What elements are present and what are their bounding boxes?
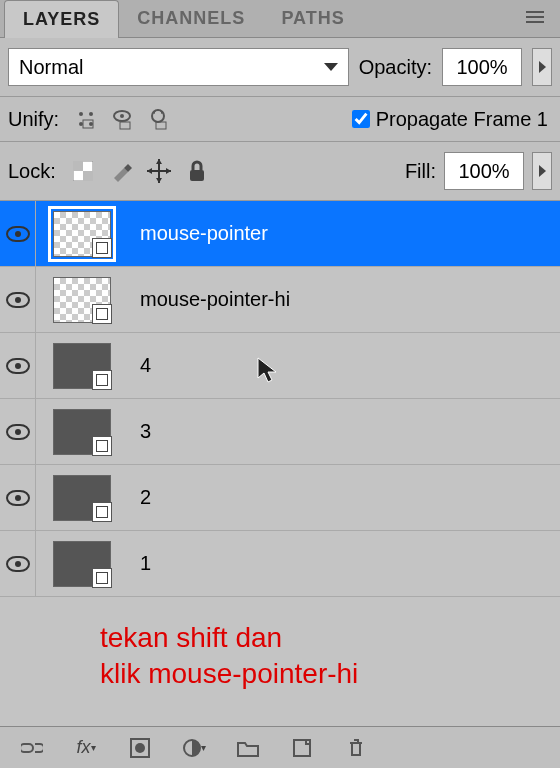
unify-position-icon[interactable] [73, 107, 99, 131]
visibility-toggle[interactable] [0, 267, 36, 332]
svg-marker-20 [147, 168, 152, 174]
layer-row[interactable]: mouse-pointer-hi [0, 267, 560, 333]
svg-rect-14 [73, 161, 83, 171]
fill-value[interactable]: 100% [444, 152, 524, 190]
smart-object-icon [92, 568, 112, 588]
smart-object-icon [92, 238, 112, 258]
visibility-toggle[interactable] [0, 399, 36, 464]
eye-icon [6, 424, 30, 440]
blend-opacity-row: Normal Opacity: 100% [0, 38, 560, 97]
opacity-value[interactable]: 100% [442, 48, 522, 86]
lock-icons [70, 158, 210, 184]
link-layers-icon[interactable] [20, 736, 44, 760]
layer-thumbnail[interactable] [36, 267, 128, 332]
svg-point-6 [89, 122, 93, 126]
unify-icons [73, 107, 171, 131]
svg-rect-26 [294, 740, 310, 756]
layer-thumbnail[interactable] [36, 201, 128, 266]
lock-fill-row: Lock: Fill: 100% [0, 142, 560, 201]
annotation-line2: klik mouse-pointer-hi [100, 656, 358, 692]
lock-position-icon[interactable] [146, 158, 172, 184]
opacity-flyout[interactable] [532, 48, 552, 86]
layer-thumbnail[interactable] [36, 465, 128, 530]
svg-point-11 [152, 110, 164, 122]
eye-icon [6, 226, 30, 242]
layer-name[interactable]: mouse-pointer [128, 222, 560, 245]
svg-rect-15 [83, 171, 93, 181]
cursor-icon [256, 356, 278, 388]
unify-style-icon[interactable] [145, 107, 171, 131]
panel-footer: fx▾ ▾ [0, 726, 560, 768]
smart-object-icon [92, 304, 112, 324]
smart-object-icon [92, 502, 112, 522]
fill-label: Fill: [405, 160, 436, 183]
lock-pixels-icon[interactable] [108, 158, 134, 184]
svg-point-24 [135, 743, 145, 753]
lock-label: Lock: [8, 160, 56, 183]
opacity-label: Opacity: [359, 56, 432, 79]
annotation-line1: tekan shift dan [100, 620, 358, 656]
blend-mode-value: Normal [19, 56, 83, 79]
eye-icon [6, 556, 30, 572]
layer-row[interactable]: 3 [0, 399, 560, 465]
annotation-overlay: tekan shift dan klik mouse-pointer-hi [100, 620, 358, 693]
fill-group: Fill: 100% [405, 152, 552, 190]
unify-visibility-icon[interactable] [109, 107, 135, 131]
unify-label: Unify: [8, 108, 59, 131]
svg-marker-18 [156, 159, 162, 164]
svg-marker-21 [166, 168, 171, 174]
tab-layers[interactable]: LAYERS [4, 0, 119, 38]
layer-name[interactable]: 2 [128, 486, 560, 509]
layer-row[interactable]: 2 [0, 465, 560, 531]
panel-menu-icon[interactable] [520, 6, 550, 32]
eye-icon [6, 490, 30, 506]
visibility-toggle[interactable] [0, 465, 36, 530]
lock-transparency-icon[interactable] [70, 158, 96, 184]
layer-mask-icon[interactable] [128, 736, 152, 760]
svg-point-5 [79, 122, 83, 126]
layer-name[interactable]: mouse-pointer-hi [128, 288, 560, 311]
panel-tabs: LAYERS CHANNELS PATHS [0, 0, 560, 38]
svg-rect-12 [156, 122, 166, 129]
new-group-icon[interactable] [236, 736, 260, 760]
smart-object-icon [92, 370, 112, 390]
layer-row[interactable]: 4 [0, 333, 560, 399]
layer-name[interactable]: 1 [128, 552, 560, 575]
svg-rect-10 [120, 122, 130, 129]
visibility-toggle[interactable] [0, 333, 36, 398]
layer-name[interactable]: 4 [128, 354, 560, 377]
chevron-down-icon [324, 63, 338, 71]
propagate-checkbox-input[interactable] [352, 110, 370, 128]
svg-rect-22 [190, 170, 204, 181]
eye-icon [6, 292, 30, 308]
layer-name[interactable]: 3 [128, 420, 560, 443]
svg-point-4 [89, 112, 93, 116]
propagate-frame-checkbox[interactable]: Propagate Frame 1 [352, 108, 548, 131]
lock-all-icon[interactable] [184, 158, 210, 184]
layer-thumbnail[interactable] [36, 531, 128, 596]
svg-point-9 [120, 114, 124, 118]
svg-point-3 [79, 112, 83, 116]
layer-row[interactable]: mouse-pointer [0, 201, 560, 267]
eye-icon [6, 358, 30, 374]
fill-flyout[interactable] [532, 152, 552, 190]
layer-style-icon[interactable]: fx▾ [74, 736, 98, 760]
layer-row[interactable]: 1 [0, 531, 560, 597]
adjustment-layer-icon[interactable]: ▾ [182, 736, 206, 760]
propagate-label: Propagate Frame 1 [376, 108, 548, 131]
tab-channels[interactable]: CHANNELS [119, 0, 263, 37]
layer-thumbnail[interactable] [36, 399, 128, 464]
delete-layer-icon[interactable] [344, 736, 368, 760]
blend-mode-select[interactable]: Normal [8, 48, 349, 86]
svg-marker-19 [156, 178, 162, 183]
smart-object-icon [92, 436, 112, 456]
layer-thumbnail[interactable] [36, 333, 128, 398]
unify-row: Unify: Propagate Frame 1 [0, 97, 560, 142]
visibility-toggle[interactable] [0, 531, 36, 596]
new-layer-icon[interactable] [290, 736, 314, 760]
visibility-toggle[interactable] [0, 201, 36, 266]
tab-paths[interactable]: PATHS [263, 0, 362, 37]
